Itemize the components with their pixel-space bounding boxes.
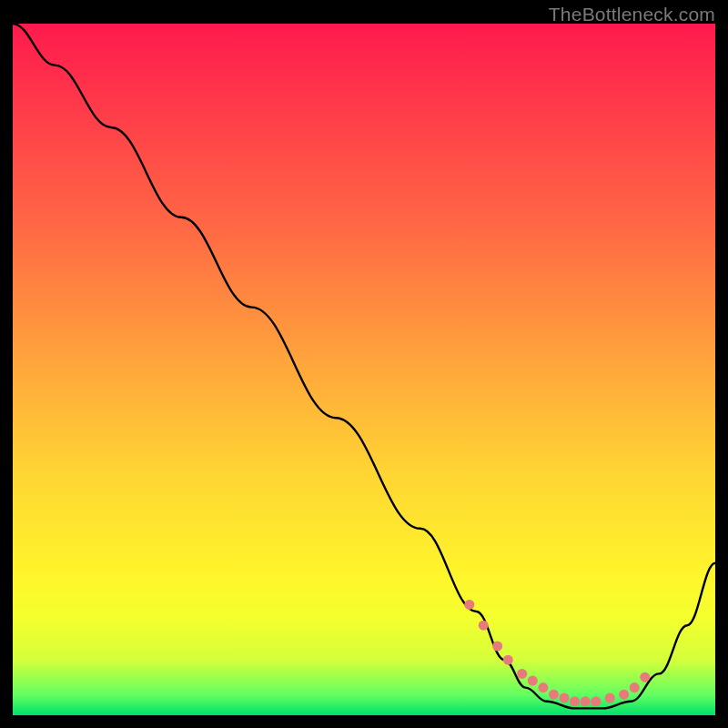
chart-frame <box>13 24 715 715</box>
watermark-text: TheBottleneck.com <box>549 4 715 25</box>
chart-gradient-bg <box>13 24 715 715</box>
